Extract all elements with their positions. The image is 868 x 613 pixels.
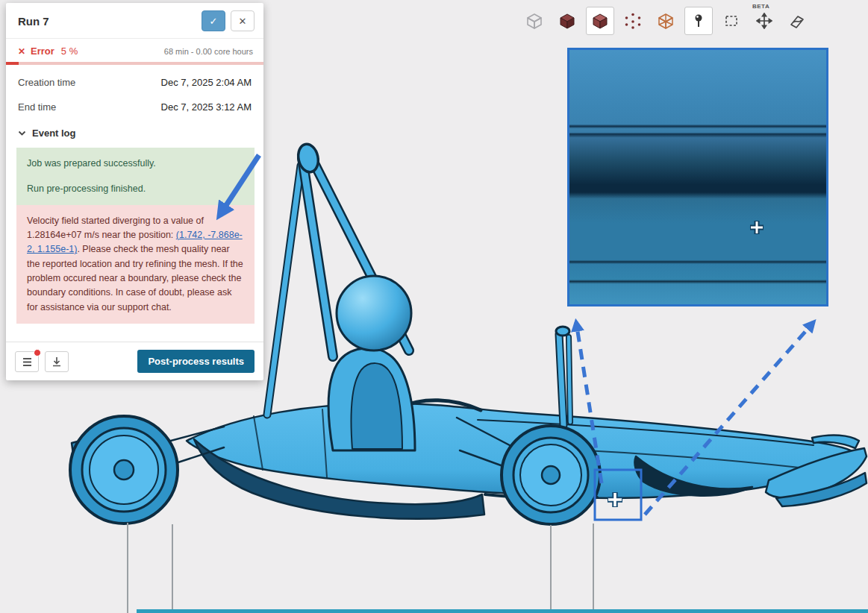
end-time-row: End time Dec 7, 2025 3:12 AM: [18, 101, 252, 113]
end-time-label: End time: [18, 101, 56, 113]
event-log-messages: Job was prepared successfully. Run pre-p…: [16, 148, 255, 324]
event-log-label: Event log: [32, 128, 76, 139]
ground-reference-lines: [128, 523, 593, 613]
confirm-button[interactable]: ✓: [202, 10, 225, 31]
roll-hoop-tubes: [267, 142, 570, 425]
run-title: Run 7: [18, 15, 49, 28]
headrest-sphere: [337, 276, 411, 350]
check-icon: ✓: [210, 16, 218, 27]
close-button[interactable]: ✕: [231, 10, 255, 31]
success-message: Run pre-processing finished.: [27, 182, 244, 196]
run-details: Creation time Dec 7, 2025 2:04 AM End ti…: [6, 65, 263, 128]
list-icon: [20, 355, 34, 368]
wireframe-cube-icon[interactable]: [652, 7, 680, 35]
beta-badge: BETA: [752, 3, 769, 10]
run-status-row: ✕ Error 5 % 68 min - 0.00 core hours: [6, 39, 263, 62]
probe-pin-icon[interactable]: [684, 7, 713, 35]
status-label: Error: [31, 45, 54, 57]
event-log-toggle[interactable]: Event log: [6, 128, 263, 148]
success-message: Job was prepared successfully.: [27, 157, 244, 171]
download-icon: [50, 355, 63, 368]
error-message-box: Velocity field started diverging to a va…: [16, 205, 255, 324]
run-detail-panel: Run 7 ✓ ✕ ✕ Error 5 % 68 min - 0.00 core…: [6, 3, 263, 380]
end-time-value: Dec 7, 2025 3:12 AM: [161, 101, 252, 113]
transform-icon[interactable]: [750, 7, 778, 35]
shaded-cube-icon[interactable]: [586, 7, 614, 35]
status-percent: 5 %: [61, 45, 78, 57]
creation-time-row: Creation time Dec 7, 2025 2:04 AM: [18, 77, 252, 88]
post-process-button[interactable]: Post-process results: [137, 350, 255, 373]
run-log-button[interactable]: [15, 351, 39, 372]
solid-cube-icon[interactable]: [553, 7, 581, 35]
box-select-icon[interactable]: [717, 7, 746, 35]
front-wheel: [502, 426, 600, 524]
success-message-box: Job was prepared successfully. Run pre-p…: [16, 148, 255, 205]
ground-plane-edge: [137, 609, 868, 613]
chevron-down-icon: [18, 131, 26, 136]
zoom-inset-render: [569, 50, 826, 304]
creation-time-value: Dec 7, 2025 2:04 AM: [161, 77, 252, 88]
view-toolbar: [520, 7, 811, 35]
mesh-points-icon[interactable]: [619, 7, 647, 35]
notification-dot: [34, 349, 41, 356]
download-button[interactable]: [45, 351, 69, 372]
rear-wheel: [70, 416, 178, 524]
status-duration: 68 min - 0.00 core hours: [164, 47, 253, 56]
panel-header: Run 7 ✓ ✕: [6, 3, 263, 39]
creation-time-label: Creation time: [18, 77, 75, 88]
clip-plane-icon[interactable]: [783, 7, 811, 35]
zoom-inset-view: [567, 48, 828, 306]
race-car-model: [72, 400, 857, 519]
ghost-cube-icon[interactable]: [520, 7, 549, 35]
error-x-icon: ✕: [18, 46, 25, 57]
close-icon: ✕: [239, 16, 247, 27]
panel-footer: Post-process results: [6, 342, 263, 380]
driver-seat: [328, 348, 415, 450]
